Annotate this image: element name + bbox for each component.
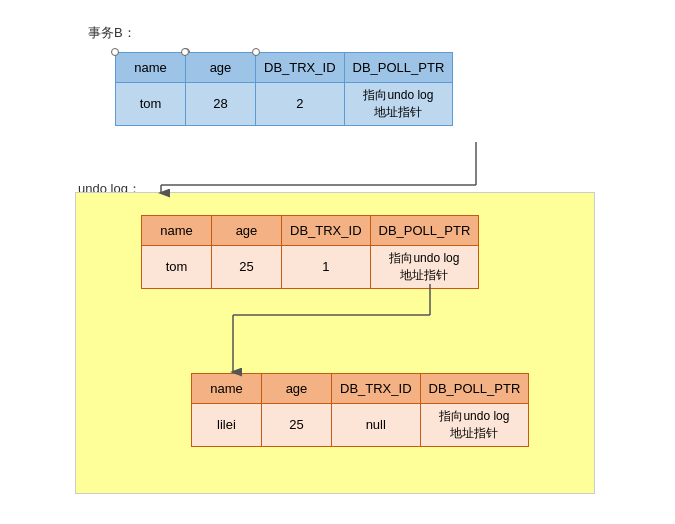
o1-header-ptr: DB_POLL_PTR bbox=[379, 223, 471, 238]
o1-row-age: 25 bbox=[239, 259, 253, 274]
blue-header-name: name bbox=[134, 60, 167, 75]
o1-row-trxid: 1 bbox=[322, 259, 329, 274]
o2-row-trxid: null bbox=[366, 417, 386, 432]
o1-header-trxid: DB_TRX_ID bbox=[290, 223, 362, 238]
o2-header-name: name bbox=[210, 381, 243, 396]
o2-row-ptr: 指向undo log地址指针 bbox=[439, 409, 509, 440]
orange-table-1: name age DB_TRX_ID DB_POLL_PTR tom 25 1 … bbox=[141, 215, 479, 289]
o2-header-trxid: DB_TRX_ID bbox=[340, 381, 412, 396]
o1-row-name: tom bbox=[166, 259, 188, 274]
orange-table-2: name age DB_TRX_ID DB_POLL_PTR lilei 25 … bbox=[191, 373, 529, 447]
blue-row-age: 28 bbox=[213, 96, 227, 111]
blue-header-age: age bbox=[210, 60, 232, 75]
o2-row-age: 25 bbox=[289, 417, 303, 432]
blue-row-trxid: 2 bbox=[296, 96, 303, 111]
o1-header-age: age bbox=[236, 223, 258, 238]
o1-header-name: name bbox=[160, 223, 193, 238]
blue-header-ptr: DB_POLL_PTR bbox=[353, 60, 445, 75]
blue-table: name age DB_TRX_ID DB_POLL_PTR tom 28 2 … bbox=[115, 52, 453, 126]
o1-row-ptr: 指向undo log地址指针 bbox=[389, 251, 459, 282]
blue-row-name: tom bbox=[140, 96, 162, 111]
undo-log-box: name age DB_TRX_ID DB_POLL_PTR tom 25 1 … bbox=[75, 192, 595, 494]
o2-header-age: age bbox=[286, 381, 308, 396]
blue-header-trxid: DB_TRX_ID bbox=[264, 60, 336, 75]
o2-header-ptr: DB_POLL_PTR bbox=[429, 381, 521, 396]
o2-row-name: lilei bbox=[217, 417, 236, 432]
blue-row-ptr: 指向undo log地址指针 bbox=[363, 88, 433, 119]
transaction-label: 事务B： bbox=[88, 24, 136, 42]
